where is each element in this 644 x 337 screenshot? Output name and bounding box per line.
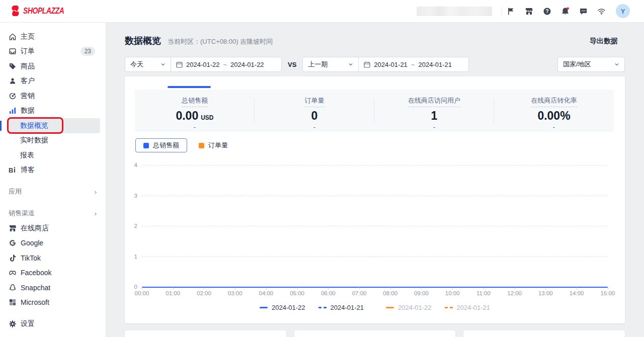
chat-icon[interactable] — [579, 7, 588, 16]
legend-marker-solid — [386, 307, 394, 308]
stat-orders[interactable]: 订单量 0 - — [255, 90, 374, 132]
range-separator: ~ — [223, 61, 227, 68]
calendar-icon — [364, 61, 370, 68]
date-range-picker[interactable]: 2024-01-22 ~ 2024-01-22 — [171, 57, 282, 72]
sidebar-item-label: 商品 — [21, 62, 35, 71]
x-axis-label: 10:00 — [441, 290, 463, 296]
stat-conversion-rate[interactable]: 在线商店转化率 0.00% - — [494, 90, 614, 132]
chevron-right-icon: › — [95, 188, 97, 196]
series-color-swatch — [143, 143, 149, 148]
compare-end-date: 2024-01-21 — [418, 61, 452, 68]
analytics-icon — [9, 107, 17, 115]
y-axis-label: 2 — [134, 223, 137, 229]
stat-value: 1 — [431, 109, 438, 123]
x-axis-label: 00:00 — [131, 290, 153, 296]
help-icon[interactable]: ? — [543, 7, 551, 16]
bell-icon[interactable] — [561, 7, 570, 16]
x-axis-label: 09:00 — [410, 290, 432, 296]
legend-item[interactable]: 2024-01-22 — [260, 304, 305, 311]
toggle-orders[interactable]: 订单量 — [191, 138, 235, 152]
user-avatar[interactable]: Y — [616, 4, 630, 18]
sidebar-item-facebook[interactable]: Facebook — [9, 266, 100, 281]
meta-icon — [9, 269, 17, 277]
export-data-button[interactable]: 导出数据 — [590, 37, 618, 46]
sidebar: 主页 订单 23 商品 客户 营销 数据 数据概览 实时数据 报表 B 博客 应… — [0, 23, 106, 337]
x-axis-label: 13:00 — [534, 290, 556, 296]
compare-preset-select[interactable]: 上一期 — [302, 57, 359, 72]
analytics-card: 总销售额 0.00USD - 订单量 0 - 在线商店访问用户 1 - 在线商店… — [125, 76, 625, 323]
stat-total-sales[interactable]: 总销售额 0.00USD - — [135, 90, 255, 132]
blurred-search-area — [417, 7, 492, 16]
compare-range-picker[interactable]: 2024-01-21 ~ 2024-01-21 — [358, 57, 469, 72]
sidebar-item-customers[interactable]: 客户 — [9, 74, 100, 89]
topbar: SHOPLAZZA ? Y — [0, 0, 644, 23]
stat-label: 总销售额 — [182, 96, 208, 107]
snapchat-icon — [9, 284, 17, 292]
timezone-label: 当前时区：(UTC+08:00) 吉隆坡时间 — [168, 37, 273, 46]
toggle-total-sales[interactable]: 总销售额 — [135, 138, 187, 152]
x-axis-label: 05:00 — [286, 290, 308, 296]
shoplazza-logo[interactable]: SHOPLAZZA — [10, 6, 73, 16]
store-icon[interactable] — [525, 7, 533, 16]
google-icon — [9, 239, 17, 247]
x-axis-label: 12:00 — [504, 290, 526, 296]
sidebar-item-analytics[interactable]: 数据 — [9, 104, 100, 119]
sidebar-item-microsoft[interactable]: Microsoft — [9, 295, 100, 310]
stat-delta: - — [194, 123, 196, 131]
range-end-date: 2024-01-22 — [230, 61, 264, 68]
flag-icon[interactable] — [507, 7, 515, 16]
sidebar-item-reports[interactable]: 报表 — [9, 148, 100, 163]
x-axis-label: 01:00 — [162, 290, 184, 296]
country-region-select[interactable]: 国家/地区 — [557, 57, 625, 72]
sidebar-item-online-store[interactable]: 在线商店 — [9, 221, 100, 236]
sidebar-item-home[interactable]: 主页 — [9, 29, 100, 44]
sidebar-item-label: 订单 — [21, 47, 35, 56]
stats-tabs: 总销售额 0.00USD - 订单量 0 - 在线商店访问用户 1 - 在线商店… — [135, 90, 614, 132]
sidebar-item-blog[interactable]: B 博客 — [9, 163, 100, 178]
series-color-swatch — [199, 143, 204, 148]
sidebar-group-label: 应用 — [9, 187, 22, 196]
sidebar-item-marketing[interactable]: 营销 — [9, 89, 100, 104]
x-axis-label: 03:00 — [224, 290, 246, 296]
wifi-icon[interactable] — [597, 7, 606, 16]
sidebar-item-tiktok[interactable]: TikTok — [9, 250, 100, 266]
bottom-cards-row — [125, 330, 625, 337]
stat-store-visitors[interactable]: 在线商店访问用户 1 - — [374, 90, 494, 132]
sidebar-item-label: Snapchat — [21, 284, 50, 292]
chevron-right-icon: › — [95, 210, 97, 217]
sidebar-item-snapchat[interactable]: Snapchat — [9, 280, 100, 295]
compare-preset-value: 上一期 — [308, 60, 328, 69]
legend-marker-solid — [260, 307, 268, 308]
sidebar-item-orders[interactable]: 订单 23 — [9, 44, 100, 59]
sidebar-item-label: Facebook — [21, 269, 51, 277]
sidebar-group-sales-channels[interactable]: 销售渠道 › — [9, 206, 100, 221]
sidebar-item-data-overview[interactable]: 数据概览 — [9, 118, 100, 133]
y-axis-label: 4 — [134, 162, 137, 168]
sidebar-group-apps[interactable]: 应用 › — [9, 184, 100, 199]
sidebar-item-products[interactable]: 商品 — [9, 59, 100, 74]
date-preset-value: 今天 — [130, 60, 143, 69]
sidebar-item-settings[interactable]: 设置 — [9, 316, 100, 331]
orders-icon — [9, 47, 17, 55]
products-icon — [9, 62, 17, 70]
svg-text:?: ? — [545, 9, 548, 14]
stat-label: 在线商店转化率 — [531, 96, 577, 107]
orders-count-badge: 23 — [80, 47, 95, 56]
calendar-icon — [176, 61, 183, 68]
chevron-down-icon — [614, 62, 619, 67]
date-preset-select[interactable]: 今天 — [125, 57, 171, 72]
legend-item[interactable]: 2024-01-21 — [318, 304, 364, 311]
range-start-date: 2024-01-22 — [186, 61, 220, 68]
stat-unit: USD — [201, 114, 213, 121]
storefront-icon — [9, 224, 17, 232]
legend-item[interactable]: 2024-01-22 — [386, 304, 432, 311]
legend-marker-dashed — [445, 307, 453, 308]
sidebar-item-google[interactable]: Google — [9, 236, 100, 251]
bottom-card — [294, 330, 456, 337]
sidebar-item-realtime-data[interactable]: 实时数据 — [9, 133, 100, 148]
bottom-card — [125, 330, 286, 337]
legend-item[interactable]: 2024-01-21 — [445, 304, 491, 311]
y-axis-label: 1 — [134, 254, 137, 260]
home-icon — [9, 33, 17, 41]
x-axis-label: 08:00 — [379, 290, 401, 296]
